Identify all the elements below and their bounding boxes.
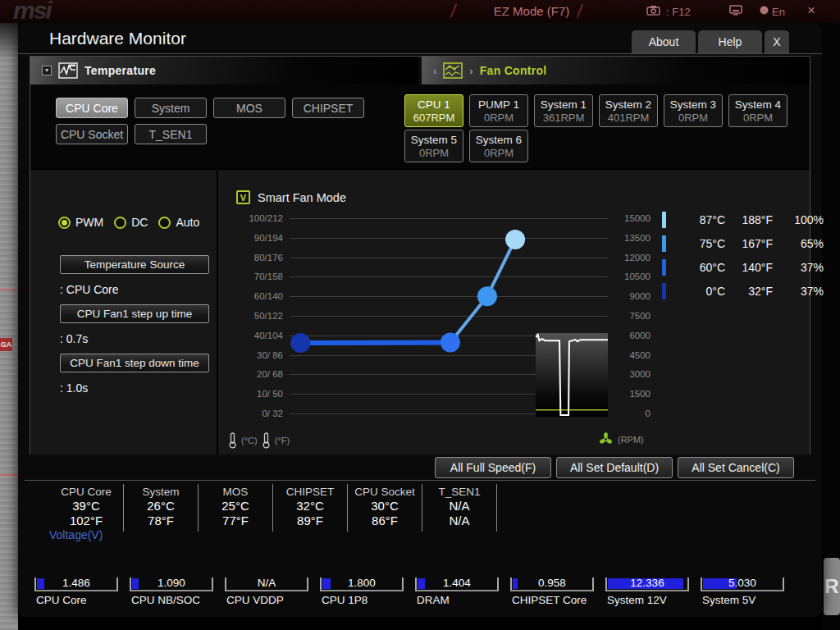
voltage-label: CPU VDDP [226, 594, 284, 606]
smart-fan-mode-label: Smart Fan Mode [258, 191, 346, 204]
fan-action-button[interactable]: All Full Speed(F) [435, 457, 551, 478]
temperature-section-header[interactable]: ▾ Temperature [30, 57, 418, 84]
decor-line [0, 474, 18, 476]
voltage-label: CPU NB/SOC [131, 594, 200, 606]
fan-button[interactable]: System 1 361RPM [534, 94, 593, 127]
right-axis-tick: 13500 [613, 233, 651, 243]
step-down-time-button[interactable]: CPU Fan1 step down time [60, 354, 209, 372]
titlebar-button[interactable]: Help [698, 30, 762, 53]
decor-slash [450, 3, 458, 17]
fan-curve-point[interactable] [290, 333, 310, 353]
titlebar-button[interactable]: X [765, 30, 789, 53]
fan-settings-panel: PWM DC Auto Temperature S [30, 170, 218, 454]
notification-bell-icon[interactable] [759, 5, 769, 18]
smart-fan-mode-checkbox[interactable]: V [236, 190, 250, 204]
voltage-gauge: 1.404 DRAM [413, 561, 509, 607]
temperature-readout: CPU Core 39°C 102°F [49, 484, 124, 532]
fan-action-buttons: All Full Speed(F) All Set Default(D) All… [435, 457, 794, 478]
right-axis-tick: 3000 [613, 369, 651, 379]
fan-button[interactable]: PUMP 1 0RPM [469, 94, 528, 127]
radio-icon[interactable] [114, 217, 126, 229]
voltage-label: CPU Core [36, 594, 87, 606]
voltage-value: N/A [225, 577, 308, 590]
right-axis-tick: 4500 [613, 350, 651, 360]
fan-curve-point[interactable] [441, 333, 460, 353]
fan-button[interactable]: System 5 0RPM [404, 130, 463, 162]
legend-row: 0°C 32°F 37% [662, 279, 824, 303]
temperature-readouts: CPU Core 39°C 102°F System 26°C 78°F MOS… [49, 484, 497, 532]
fan-mode-radio[interactable]: PWM [58, 216, 103, 229]
celsius-unit-label: (°C) [241, 436, 258, 445]
voltage-value: 1.404 [415, 577, 499, 590]
right-axis-tick: 12000 [613, 253, 651, 262]
left-axis-tick: 20/ 68 [235, 369, 283, 379]
fan-curve-plot: 100/212 15000 90/194 13500 [290, 218, 608, 413]
fan-button[interactable]: System 3 0RPM [664, 94, 723, 127]
temp-sensor-button[interactable]: CPU Core [56, 98, 128, 118]
legend-row: 75°C 167°F 65% [662, 231, 824, 255]
voltage-gauge: 1.090 CPU NB/SOC [128, 561, 223, 607]
fan-button[interactable]: System 2 401RPM [599, 94, 658, 127]
voltage-value: 5.030 [701, 577, 784, 590]
ga-badge: GA [0, 338, 12, 351]
temp-sensor-button[interactable]: MOS [213, 98, 285, 118]
left-axis-tick: 50/122 [235, 311, 283, 321]
temp-sensor-button[interactable]: CHIPSET [292, 98, 364, 118]
temp-sensor-button[interactable]: System [135, 98, 207, 118]
fan-button[interactable]: CPU 1 607RPM [404, 94, 463, 127]
legend-row: 87°C 188°F 100% [662, 208, 824, 231]
fan-control-section-title: Fan Control [480, 64, 547, 77]
temperature-source-value: : CPU Core [60, 283, 209, 296]
temp-sensor-button[interactable]: T_SEN1 [135, 124, 207, 144]
voltage-label: System 5V [702, 594, 756, 606]
voltage-gauge: 0.958 CHIPSET Core [509, 561, 604, 607]
step-up-time-value: : 0.7s [60, 332, 209, 345]
voltage-gauges: 1.486 CPU Core 1.090 CPU NB/SOC N/A CPU … [33, 561, 794, 607]
legend-color-bar [662, 235, 666, 252]
bios-close-icon[interactable]: × [807, 2, 815, 19]
fan-mode-radios: PWM DC Auto [58, 216, 218, 229]
legend-row: 60°C 140°F 37% [662, 255, 824, 279]
temperature-readout: MOS 25°C 77°F [199, 484, 273, 532]
radio-icon[interactable] [58, 217, 71, 229]
temperature-sensor-buttons: CPU Core System MOS CHIPSET [56, 98, 381, 150]
background-letter: R [824, 558, 840, 615]
voltage-label: System 12V [607, 594, 667, 606]
fan-mode-radio[interactable]: DC [114, 216, 148, 229]
rpm-unit-label: (RPM) [618, 435, 644, 445]
fan-button[interactable]: System 4 0RPM [728, 94, 788, 127]
fan-action-button[interactable]: All Set Default(D) [556, 457, 673, 478]
display-icon[interactable] [729, 5, 742, 18]
right-axis-tick: 7500 [613, 311, 651, 321]
voltage-gauge: 5.030 System 5V [699, 561, 794, 607]
legend-color-bar [662, 259, 666, 276]
fan-curve-point[interactable] [477, 286, 497, 306]
titlebar-buttons: About Help X [632, 30, 789, 53]
language-selector[interactable]: En [772, 6, 785, 18]
fan-buttons: CPU 1 607RPM PUMP 1 0RPM System 1 361RPM [404, 94, 803, 165]
window-title: Hardware Monitor [49, 29, 186, 48]
prev-section-chevron[interactable]: ‹ [433, 65, 436, 77]
fan-mode-radio[interactable]: Auto [158, 216, 199, 229]
step-up-time-button[interactable]: CPU Fan1 step up time [60, 304, 209, 323]
next-section-chevron[interactable]: › [469, 65, 472, 77]
fan-button[interactable]: System 6 0RPM [469, 130, 528, 162]
legend-color-bar [662, 212, 666, 228]
fan-action-button[interactable]: All Set Cancel(C) [678, 457, 794, 478]
fan-control-chart-icon [443, 62, 463, 79]
titlebar-button[interactable]: About [632, 30, 696, 53]
temp-sensor-button[interactable]: CPU Socket [56, 124, 128, 144]
radio-icon[interactable] [158, 217, 171, 229]
right-axis-tick: 15000 [613, 213, 651, 223]
fan-control-section-header[interactable]: ‹ › Fan Control [422, 57, 810, 84]
right-axis-tick: 9000 [613, 291, 651, 301]
fan-curve-point[interactable] [505, 230, 525, 249]
left-axis-tick: 100/212 [235, 213, 283, 223]
left-axis-tick: 10/ 50 [235, 389, 283, 399]
collapse-icon[interactable]: ▾ [42, 66, 52, 75]
ez-mode-button[interactable]: EZ Mode (F7) [482, 4, 581, 18]
left-axis-tick: 80/176 [235, 253, 283, 262]
left-axis-tick: 70/158 [235, 272, 283, 281]
temperature-source-button[interactable]: Temperature Source [60, 255, 209, 274]
screenshot-camera-icon[interactable] [646, 5, 660, 18]
